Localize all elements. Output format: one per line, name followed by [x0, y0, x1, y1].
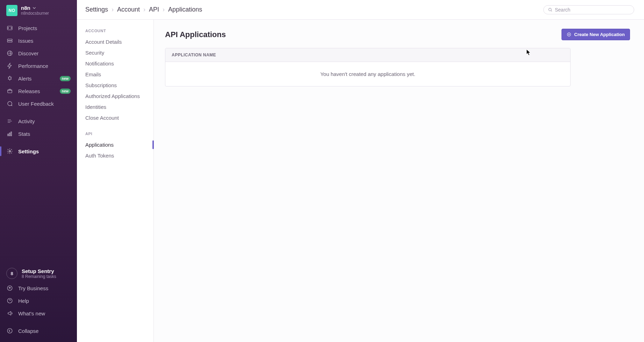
sidebar-item-label: Stats: [18, 131, 71, 137]
sidebar-item-try-business[interactable]: Try Business: [0, 282, 77, 294]
sidebar-item-issues[interactable]: Issues: [0, 34, 77, 47]
sidebar-footer: 8 Setup Sentry 8 Remaining tasks Try Bus…: [0, 261, 77, 342]
org-name: n8n: [21, 5, 30, 11]
breadcrumb-item[interactable]: Account: [117, 6, 140, 13]
empty-state-message: You haven't created any applications yet…: [165, 62, 570, 86]
chevron-right-icon: ›: [163, 6, 165, 13]
org-logo: NO: [6, 5, 17, 16]
subnav-item-applications[interactable]: Applications: [77, 139, 153, 150]
svg-point-11: [7, 328, 12, 333]
primary-sidebar: NO n8n n8ndocsburner Projects Issues Dis…: [0, 0, 77, 342]
sidebar-item-label: Releases: [18, 88, 55, 94]
applications-table: APPLICATION NAME You haven't created any…: [165, 48, 571, 86]
svg-rect-1: [7, 39, 12, 41]
sidebar-item-label: Collapse: [18, 328, 71, 334]
sidebar-item-label: Projects: [18, 25, 71, 31]
svg-rect-6: [9, 133, 10, 136]
sidebar-item-label: User Feedback: [18, 101, 71, 107]
sidebar-item-performance[interactable]: Performance: [0, 60, 77, 72]
topbar: Settings › Account › API › Applications: [77, 0, 644, 20]
issues-icon: [6, 37, 13, 44]
page-content: API Applications Create New Application …: [154, 20, 644, 342]
stats-icon: [6, 130, 13, 137]
settings-icon: [6, 148, 13, 155]
subnav-item-notifications[interactable]: Notifications: [77, 58, 153, 69]
sidebar-item-label: Alerts: [18, 76, 55, 82]
sidebar-item-label: What's new: [18, 310, 71, 316]
help-icon: [6, 297, 13, 304]
breadcrumb-item[interactable]: API: [149, 6, 159, 13]
sidebar-item-label: Try Business: [18, 285, 71, 291]
subnav-item-authorized-applications[interactable]: Authorized Applications: [77, 91, 153, 102]
search-icon: [548, 7, 553, 12]
setup-count-badge: 8: [6, 268, 17, 279]
setup-sentry-button[interactable]: 8 Setup Sentry 8 Remaining tasks: [0, 265, 77, 282]
sidebar-item-activity[interactable]: Activity: [0, 115, 77, 127]
sidebar-item-label: Activity: [18, 118, 71, 124]
sidebar-item-settings[interactable]: Settings: [0, 145, 77, 158]
sidebar-item-user-feedback[interactable]: User Feedback: [0, 97, 77, 110]
subnav-item-subscriptions[interactable]: Subscriptions: [77, 80, 153, 91]
primary-nav: Projects Issues Discover Performance Ale…: [0, 20, 77, 160]
sidebar-item-label: Issues: [18, 38, 71, 44]
try-business-icon: [6, 285, 13, 292]
sidebar-collapse-button[interactable]: Collapse: [0, 324, 77, 337]
create-new-application-button[interactable]: Create New Application: [561, 29, 630, 40]
table-column-header: APPLICATION NAME: [165, 48, 570, 62]
alerts-icon: [6, 75, 13, 82]
sidebar-item-stats[interactable]: Stats: [0, 127, 77, 140]
activity-icon: [6, 118, 13, 125]
sidebar-item-alerts[interactable]: Alerts new: [0, 72, 77, 85]
plus-circle-icon: [567, 32, 571, 37]
svg-point-8: [9, 151, 11, 152]
discover-icon: [6, 50, 13, 57]
setup-subtitle: 8 Remaining tasks: [22, 274, 56, 279]
sidebar-item-label: Performance: [18, 63, 71, 69]
svg-rect-7: [11, 132, 12, 136]
breadcrumb-item[interactable]: Settings: [85, 6, 108, 13]
svg-rect-2: [7, 41, 12, 42]
sidebar-item-releases[interactable]: Releases new: [0, 85, 77, 97]
setup-title: Setup Sentry: [22, 268, 56, 274]
breadcrumb: Settings › Account › API › Applications: [85, 6, 202, 13]
main-area: Settings › Account › API › Applications …: [77, 0, 644, 342]
sidebar-item-whats-new[interactable]: What's new: [0, 307, 77, 320]
chevron-right-icon: ›: [112, 6, 114, 13]
subnav-item-security[interactable]: Security: [77, 47, 153, 58]
sidebar-item-discover[interactable]: Discover: [0, 47, 77, 60]
page-title: API Applications: [165, 30, 226, 39]
subnav-item-emails[interactable]: Emails: [77, 69, 153, 80]
chevron-down-icon: [33, 6, 36, 10]
org-subtitle: n8ndocsburner: [21, 11, 49, 16]
whats-new-icon: [6, 310, 13, 317]
collapse-icon: [6, 327, 13, 334]
performance-icon: [6, 62, 13, 69]
user-feedback-icon: [6, 100, 13, 107]
breadcrumb-current: Applications: [168, 6, 202, 13]
releases-icon: [6, 88, 13, 95]
subnav-item-account-details[interactable]: Account Details: [77, 36, 153, 47]
new-badge: new: [60, 89, 71, 94]
new-badge: new: [60, 76, 71, 81]
search-field[interactable]: [543, 5, 634, 14]
button-label: Create New Application: [574, 32, 625, 37]
subnav-group-title: ACCOUNT: [77, 27, 153, 36]
sidebar-item-label: Discover: [18, 50, 71, 56]
svg-rect-5: [8, 134, 8, 136]
org-switcher[interactable]: NO n8n n8ndocsburner: [0, 0, 77, 20]
svg-point-12: [549, 8, 551, 11]
projects-icon: [6, 25, 13, 32]
sidebar-item-label: Help: [18, 298, 71, 304]
svg-rect-4: [8, 90, 12, 93]
chevron-right-icon: ›: [143, 6, 145, 13]
subnav-group-title: API: [77, 130, 153, 139]
sidebar-item-projects[interactable]: Projects: [0, 22, 77, 34]
subnav-item-auth-tokens[interactable]: Auth Tokens: [77, 150, 153, 161]
settings-subnav: ACCOUNT Account Details Security Notific…: [77, 20, 154, 342]
search-input[interactable]: [555, 7, 630, 13]
sidebar-item-help[interactable]: Help: [0, 294, 77, 307]
subnav-item-identities[interactable]: Identities: [77, 102, 153, 112]
sidebar-item-label: Settings: [18, 148, 71, 154]
subnav-item-close-account[interactable]: Close Account: [77, 112, 153, 123]
